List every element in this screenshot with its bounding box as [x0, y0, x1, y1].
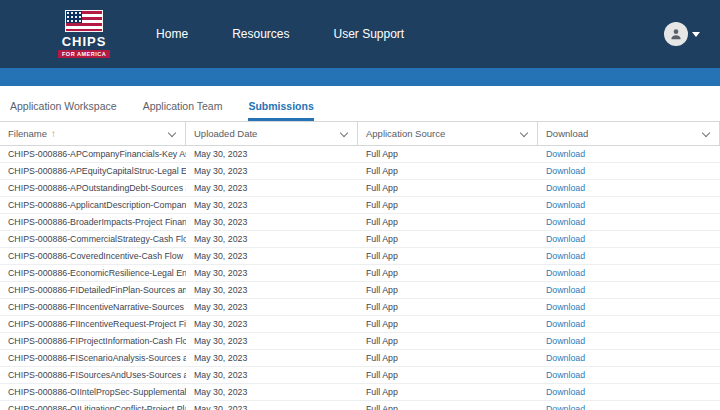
cell-application-source: Full App [358, 387, 538, 397]
table-row: CHIPS-000886-FIScenarioAnalysis-Sources … [0, 350, 720, 367]
table-row: CHIPS-000886-FIIncentiveRequest-Project … [0, 316, 720, 333]
cell-application-source: Full App [358, 319, 538, 329]
table-row: CHIPS-000886-ApplicantDescription-Compan… [0, 197, 720, 214]
cell-application-source: Full App [358, 268, 538, 278]
cell-filename: CHIPS-000886-FIScenarioAnalysis-Sources … [0, 353, 186, 363]
column-header-uploaded-date[interactable]: Uploaded Date [186, 122, 358, 145]
tab-application-workspace[interactable]: Application Workspace [10, 100, 117, 121]
cell-filename: CHIPS-000886-CoveredIncentive-Cash Flow … [0, 251, 186, 261]
cell-filename: CHIPS-000886-FIIncentiveRequest-Project … [0, 319, 186, 329]
nav-home[interactable]: Home [156, 27, 188, 41]
cell-application-source: Full App [358, 370, 538, 380]
cell-filename: CHIPS-000886-APOutstandingDebt-Sources a… [0, 183, 186, 193]
top-header: CHIPS for AMERICA Home Resources User Su… [0, 0, 720, 68]
cell-application-source: Full App [358, 200, 538, 210]
cell-application-source: Full App [358, 166, 538, 176]
logo-brand-text: CHIPS [62, 34, 107, 49]
cell-uploaded-date: May 30, 2023 [186, 217, 358, 227]
cell-uploaded-date: May 30, 2023 [186, 387, 358, 397]
tab-submissions[interactable]: Submissions [248, 100, 313, 121]
download-link[interactable]: Download [546, 285, 585, 295]
download-link[interactable]: Download [546, 319, 585, 329]
nav-user-support[interactable]: User Support [333, 27, 404, 41]
cell-uploaded-date: May 30, 2023 [186, 285, 358, 295]
cell-uploaded-date: May 30, 2023 [186, 183, 358, 193]
cell-uploaded-date: May 30, 2023 [186, 251, 358, 261]
cell-filename: CHIPS-000886-FIDetailedFinPlan-Sources a… [0, 285, 186, 295]
cell-uploaded-date: May 30, 2023 [186, 234, 358, 244]
download-link[interactable]: Download [546, 183, 585, 193]
download-link[interactable]: Download [546, 217, 585, 227]
table-row: CHIPS-000886-EconomicResilience-Legal En… [0, 265, 720, 282]
tab-bar: Application Workspace Application Team S… [0, 86, 720, 121]
cell-uploaded-date: May 30, 2023 [186, 336, 358, 346]
cell-uploaded-date: May 30, 2023 [186, 149, 358, 159]
nav-resources[interactable]: Resources [232, 27, 289, 41]
download-link[interactable]: Download [546, 200, 585, 210]
table-header-row: Filename ↑ Uploaded Date Application Sou… [0, 122, 720, 146]
download-link[interactable]: Download [546, 268, 585, 278]
cell-uploaded-date: May 30, 2023 [186, 268, 358, 278]
tab-application-team[interactable]: Application Team [143, 100, 223, 121]
logo-subtitle-text: for AMERICA [58, 50, 110, 58]
secondary-header-bar [0, 68, 720, 86]
chevron-down-icon[interactable] [340, 129, 348, 137]
download-link[interactable]: Download [546, 336, 585, 346]
cell-application-source: Full App [358, 149, 538, 159]
cell-filename: CHIPS-000886-BroaderImpacts-Project Fina… [0, 217, 186, 227]
download-link[interactable]: Download [546, 302, 585, 312]
table-row: CHIPS-000886-BroaderImpacts-Project Fina… [0, 214, 720, 231]
column-label: Download [546, 128, 588, 139]
download-link[interactable]: Download [546, 387, 585, 397]
chevron-down-icon[interactable] [168, 129, 176, 137]
cell-uploaded-date: May 30, 2023 [186, 404, 358, 410]
cell-application-source: Full App [358, 234, 538, 244]
us-flag-icon [65, 10, 103, 32]
column-label: Application Source [366, 128, 445, 139]
cell-filename: CHIPS-000886-ApplicantDescription-Compan… [0, 200, 186, 210]
download-link[interactable]: Download [546, 149, 585, 159]
chevron-down-icon [692, 32, 700, 37]
column-header-application-source[interactable]: Application Source [358, 122, 538, 145]
main-content: Application Workspace Application Team S… [0, 86, 720, 410]
user-menu[interactable] [664, 22, 700, 46]
chips-logo: CHIPS for AMERICA [58, 10, 110, 58]
table-row: CHIPS-000886-FIIncentiveNarrative-Source… [0, 299, 720, 316]
cell-filename: CHIPS-000886-APEquityCapitalStruc-Legal … [0, 166, 186, 176]
cell-filename: CHIPS-000886-CommercialStrategy-Cash Flo… [0, 234, 186, 244]
cell-filename: CHIPS-000886-OILitigationConflict-Projec… [0, 404, 186, 410]
download-link[interactable]: Download [546, 370, 585, 380]
cell-uploaded-date: May 30, 2023 [186, 302, 358, 312]
cell-application-source: Full App [358, 217, 538, 227]
chevron-down-icon[interactable] [520, 129, 528, 137]
download-link[interactable]: Download [546, 353, 585, 363]
column-header-download[interactable]: Download [538, 122, 720, 145]
cell-application-source: Full App [358, 302, 538, 312]
table-row: CHIPS-000886-APOutstandingDebt-Sources a… [0, 180, 720, 197]
table-body: CHIPS-000886-APCompanyFinancials-Key Ass… [0, 146, 720, 410]
table-row: CHIPS-000886-OILitigationConflict-Projec… [0, 401, 720, 410]
cell-uploaded-date: May 30, 2023 [186, 200, 358, 210]
column-header-filename[interactable]: Filename ↑ [0, 122, 186, 145]
download-link[interactable]: Download [546, 404, 585, 410]
table-row: CHIPS-000886-FIProjectInformation-Cash F… [0, 333, 720, 350]
download-link[interactable]: Download [546, 251, 585, 261]
table-row: CHIPS-000886-APEquityCapitalStruc-Legal … [0, 163, 720, 180]
cell-application-source: Full App [358, 353, 538, 363]
submissions-table: Filename ↑ Uploaded Date Application Sou… [0, 121, 720, 410]
table-row: CHIPS-000886-FIDetailedFinPlan-Sources a… [0, 282, 720, 299]
chevron-down-icon[interactable] [702, 129, 710, 137]
cell-filename: CHIPS-000886-APCompanyFinancials-Key Ass… [0, 149, 186, 159]
table-row: CHIPS-000886-APCompanyFinancials-Key Ass… [0, 146, 720, 163]
cell-filename: CHIPS-000886-EconomicResilience-Legal En… [0, 268, 186, 278]
cell-application-source: Full App [358, 404, 538, 410]
cell-application-source: Full App [358, 183, 538, 193]
cell-uploaded-date: May 30, 2023 [186, 166, 358, 176]
download-link[interactable]: Download [546, 166, 585, 176]
cell-uploaded-date: May 30, 2023 [186, 370, 358, 380]
cell-uploaded-date: May 30, 2023 [186, 353, 358, 363]
table-row: CHIPS-000886-OIIntelPropSec-Supplemental… [0, 384, 720, 401]
column-label: Filename [8, 128, 47, 139]
download-link[interactable]: Download [546, 234, 585, 244]
table-row: CHIPS-000886-CommercialStrategy-Cash Flo… [0, 231, 720, 248]
